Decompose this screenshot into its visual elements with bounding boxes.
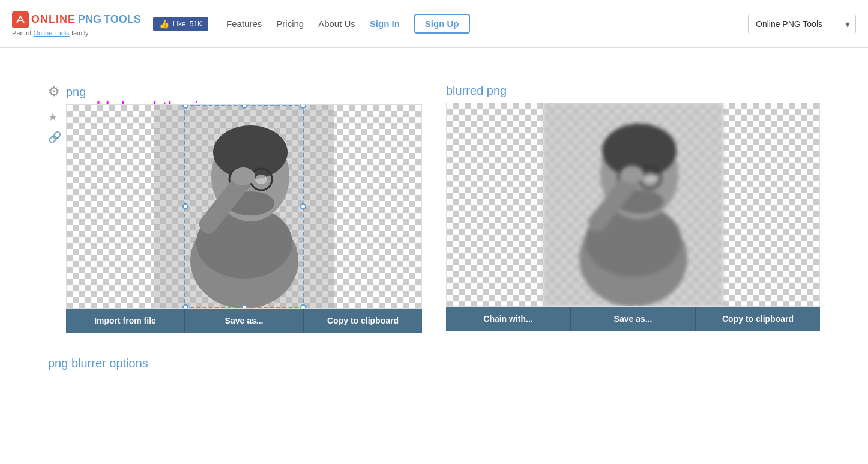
logo-text-online: ONLINE: [31, 13, 76, 26]
nav-signup[interactable]: Sign Up: [414, 14, 470, 34]
star-icon[interactable]: ★: [48, 110, 61, 124]
person-svg-right: [543, 103, 723, 307]
logo-icon: [12, 11, 29, 28]
left-panel: ⚙ png ★ 🔗: [48, 84, 422, 333]
left-canvas[interactable]: [66, 104, 422, 309]
fb-like-count: 51K: [190, 20, 202, 28]
nav-about-us[interactable]: About Us: [318, 19, 355, 29]
link-icon[interactable]: 🔗: [48, 131, 61, 144]
svg-point-17: [255, 175, 267, 184]
svg-point-35: [644, 173, 656, 182]
tool-dropdown-wrapper: Online PNG Tools Online Image Tools Onli…: [748, 14, 856, 34]
left-panel-title: png: [66, 85, 86, 99]
right-image-container: [447, 103, 819, 306]
logo-sub: Part of Online Tools family.: [12, 29, 141, 37]
header: ONLINEPNGTOOLS Part of Online Tools fami…: [0, 0, 868, 48]
logo-sub-text: Part of: [12, 29, 31, 37]
svg-point-38: [620, 166, 644, 184]
right-action-bar: Chain with... Save as... Copy to clipboa…: [446, 307, 820, 331]
svg-point-20: [231, 167, 255, 185]
right-save-as-button[interactable]: Save as...: [571, 307, 696, 331]
logo-sub-suffix: family.: [71, 29, 90, 37]
left-panel-body: ★ 🔗: [48, 104, 422, 333]
logo-area: ONLINEPNGTOOLS Part of Online Tools fami…: [12, 11, 141, 37]
import-from-file-button[interactable]: Import from file: [66, 309, 185, 333]
nav-signin[interactable]: Sign In: [370, 19, 400, 29]
right-canvas[interactable]: [446, 103, 820, 307]
right-copy-button[interactable]: Copy to clipboard: [696, 307, 820, 331]
main-content: Upload the image you want to blur ⚙ png …: [0, 48, 868, 464]
left-image-container: [67, 105, 421, 308]
tool-dropdown[interactable]: Online PNG Tools Online Image Tools Onli…: [748, 14, 856, 34]
header-right: Online PNG Tools Online Image Tools Onli…: [748, 14, 856, 34]
nav-pricing[interactable]: Pricing: [276, 19, 304, 29]
options-title: png blurrer options: [48, 357, 820, 370]
right-panel: blurred png: [446, 84, 820, 331]
gear-icon[interactable]: ⚙: [48, 84, 60, 100]
bottom-section: png blurrer options: [12, 345, 856, 382]
logo-text-tools: TOOLS: [104, 13, 141, 26]
fb-thumb-icon: 👍: [159, 19, 169, 29]
left-panel-header: ⚙ png: [48, 84, 422, 100]
right-panel-title: blurred png: [446, 84, 507, 98]
logo-title[interactable]: ONLINEPNGTOOLS: [12, 11, 141, 28]
chain-with-button[interactable]: Chain with...: [446, 307, 571, 331]
logo-text-png: PNG: [78, 13, 101, 26]
left-copy-button[interactable]: Copy to clipboard: [304, 309, 422, 333]
main-nav: Features Pricing About Us Sign In Sign U…: [226, 14, 748, 34]
tool-area: ⚙ png ★ 🔗: [12, 72, 856, 345]
left-save-as-button[interactable]: Save as...: [185, 309, 304, 333]
online-tools-link[interactable]: Online Tools: [33, 29, 69, 37]
right-panel-header: blurred png: [446, 84, 820, 98]
nav-features[interactable]: Features: [226, 19, 262, 29]
left-side-icons: ★ 🔗: [48, 104, 61, 333]
fb-like-button[interactable]: 👍 Like 51K: [153, 17, 208, 31]
left-action-bar: Import from file Save as... Copy to clip…: [66, 309, 422, 333]
person-svg-left: [154, 104, 334, 309]
fb-like-label: Like: [173, 20, 186, 28]
